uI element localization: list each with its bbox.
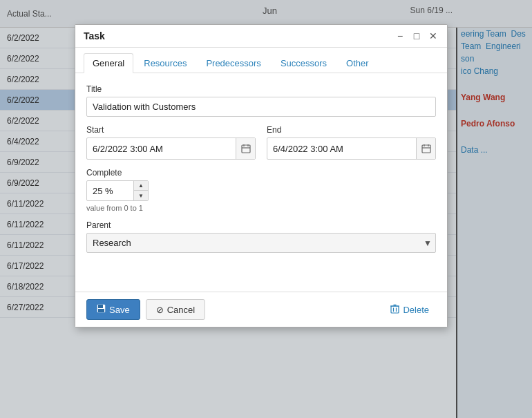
end-field-group: End [267,125,436,160]
maximize-button[interactable]: □ [411,30,422,41]
svg-rect-9 [98,305,103,308]
title-field-group: Title [86,84,436,117]
minimize-button[interactable]: − [395,30,406,41]
svg-rect-11 [391,306,399,313]
parent-field-group: Parent Research Development Testing Depl… [86,220,436,253]
delete-button[interactable]: Delete [383,300,436,320]
end-date-input[interactable] [267,140,416,158]
end-label: End [267,125,436,135]
complete-hint: value from 0 to 1 [86,204,436,212]
tab-resources[interactable]: Resources [135,53,196,73]
dialog-window-controls: − □ ✕ [395,30,439,41]
spinner-arrows: ▲ ▼ [133,181,148,200]
complete-spinner-box: ▲ ▼ [86,180,149,201]
empty-area [86,253,436,281]
tab-other[interactable]: Other [337,53,378,73]
end-date-wrapper [267,137,436,160]
parent-label: Parent [86,220,436,230]
task-dialog: Task − □ ✕ General Resources Predecessor… [75,24,448,327]
calendar-icon [421,144,431,153]
close-button[interactable]: ✕ [428,30,439,41]
complete-spinner-input[interactable] [87,182,133,200]
calendar-icon [241,144,251,153]
title-label: Title [86,84,436,94]
dialog-titlebar: Task − □ ✕ [75,25,447,48]
svg-rect-4 [422,145,430,153]
dialog-tabs: General Resources Predecessors Successor… [75,48,447,73]
start-calendar-button[interactable] [236,138,255,159]
dialog-title: Task [84,30,105,41]
save-icon [97,304,106,315]
start-date-input[interactable] [87,140,236,158]
footer-left-buttons: Save ⊘ Cancel [86,299,205,320]
complete-spinner-wrapper: ▲ ▼ [86,180,436,201]
save-button[interactable]: Save [86,299,140,320]
delete-button-label: Delete [403,305,429,315]
cancel-button[interactable]: ⊘ Cancel [146,299,205,320]
parent-select-wrapper: Research Development Testing Deployment … [86,233,436,253]
cancel-button-label: Cancel [167,305,195,315]
tab-general[interactable]: General [84,53,133,73]
title-input[interactable] [86,97,436,117]
trash-icon [390,304,399,316]
start-date-wrapper [86,137,256,160]
tab-successors[interactable]: Successors [272,53,336,73]
parent-select[interactable]: Research Development Testing Deployment [86,233,436,253]
save-button-label: Save [109,305,130,315]
end-calendar-button[interactable] [416,138,435,159]
spinner-up-button[interactable]: ▲ [134,181,148,191]
dialog-body: Title Start [75,73,447,292]
complete-label: Complete [86,168,436,178]
dialog-footer: Save ⊘ Cancel Delete [75,292,447,327]
start-field-group: Start [86,125,256,160]
spinner-down-button[interactable]: ▼ [134,191,148,200]
svg-rect-10 [98,309,104,312]
tab-predecessors[interactable]: Predecessors [197,53,269,73]
start-label: Start [86,125,256,135]
cancel-icon: ⊘ [156,305,164,315]
complete-field-group: Complete ▲ ▼ value from 0 to 1 [86,168,436,212]
start-end-row: Start End [86,125,436,160]
svg-rect-0 [242,145,250,153]
